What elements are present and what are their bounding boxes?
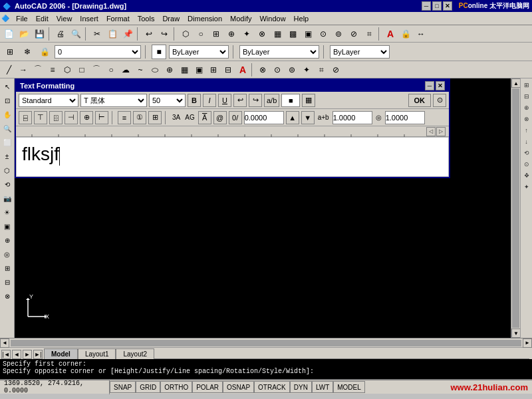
- text-content-area[interactable]: ◁ ▷ flksjf: [16, 126, 449, 177]
- draw-extra2[interactable]: ⊙: [270, 63, 285, 77]
- snap-btn[interactable]: SNAP: [110, 381, 136, 393]
- tf-options-btn[interactable]: ⊙: [433, 94, 446, 107]
- tb-redo[interactable]: ↪: [157, 27, 172, 41]
- scroll-up-btn[interactable]: ▲: [511, 78, 520, 88]
- tf-at[interactable]: @: [213, 111, 227, 124]
- lineweight-select[interactable]: ByLayer: [330, 45, 390, 59]
- lt-render[interactable]: ⊕: [1, 233, 14, 247]
- tf-numbering[interactable]: ①: [133, 111, 146, 124]
- tb-copy[interactable]: 📋: [105, 27, 120, 41]
- scroll-left-btn[interactable]: ◄: [0, 338, 9, 348]
- draw-mline[interactable]: ≡: [45, 63, 60, 77]
- menu-insert[interactable]: Insert: [76, 13, 102, 24]
- rt-btn2[interactable]: ⊟: [521, 91, 532, 102]
- lt-orbit[interactable]: ⟲: [1, 178, 14, 191]
- tab-model[interactable]: Model: [44, 348, 78, 359]
- lt-zoom[interactable]: 🔍: [1, 122, 14, 135]
- rt-btn7[interactable]: ⟲: [521, 148, 532, 158]
- draw-region[interactable]: ⊞: [206, 63, 221, 77]
- tf-tracking-dn[interactable]: ▼: [301, 111, 315, 124]
- ruler-left-btn[interactable]: ◁: [426, 127, 436, 136]
- menu-file[interactable]: File: [12, 13, 32, 24]
- lt-camera[interactable]: 📷: [1, 192, 14, 205]
- canvas-area[interactable]: 找爱找家 Text Formatting ─ ✕ Standard T 黑体: [15, 78, 520, 338]
- menu-view[interactable]: View: [53, 13, 76, 24]
- rt-btn6[interactable]: ↓: [521, 136, 532, 147]
- tb-b14[interactable]: A: [383, 27, 398, 41]
- h-scroll-thumb[interactable]: [11, 340, 521, 346]
- draw-spline[interactable]: ~: [133, 63, 148, 77]
- draw-line[interactable]: ╱: [1, 63, 16, 77]
- tf-font-select[interactable]: T 黑体: [80, 94, 147, 107]
- tb-undo[interactable]: ↩: [142, 27, 156, 41]
- scrollbar-horizontal[interactable]: ◄ ►: [0, 338, 532, 347]
- draw-pline[interactable]: ⌒: [31, 63, 45, 77]
- tf-close[interactable]: ✕: [436, 81, 445, 90]
- scrollbar-vertical[interactable]: ▲ ▼: [511, 78, 520, 338]
- draw-extra6[interactable]: ⊘: [329, 63, 343, 77]
- tb-print[interactable]: 🖨: [53, 27, 68, 41]
- tb-save[interactable]: 💾: [32, 27, 47, 41]
- maximize-button[interactable]: □: [432, 1, 442, 11]
- latin-text[interactable]: flksjf: [22, 144, 59, 164]
- layer-select[interactable]: 0: [55, 45, 141, 59]
- tb-paste[interactable]: 📌: [120, 27, 135, 41]
- tf-tracking-input[interactable]: [244, 111, 284, 124]
- tf-title-bar[interactable]: Text Formatting ─ ✕: [16, 80, 449, 92]
- tb-b12[interactable]: ⊘: [346, 27, 361, 41]
- tf-redo-btn[interactable]: ↪: [249, 94, 262, 107]
- menu-window[interactable]: Window: [255, 13, 289, 24]
- lt-dview[interactable]: ⊞: [1, 261, 14, 275]
- lt-vpoint[interactable]: ◎: [1, 247, 14, 261]
- draw-extra5[interactable]: ⌗: [314, 63, 329, 77]
- rt-btn1[interactable]: ⊞: [521, 80, 532, 90]
- draw-mtext[interactable]: A: [235, 63, 250, 77]
- osnap-btn[interactable]: OSNAP: [223, 381, 254, 393]
- lt-material[interactable]: ▣: [1, 219, 14, 233]
- menu-modify[interactable]: Modify: [226, 13, 255, 24]
- draw-rect[interactable]: □: [74, 63, 89, 77]
- lt-select[interactable]: ↖: [1, 80, 14, 93]
- color-select[interactable]: ByLayer: [169, 45, 229, 59]
- tf-size-select[interactable]: 50: [149, 94, 186, 107]
- tf-style-select[interactable]: Standard: [19, 94, 78, 107]
- tf-ok-btn[interactable]: OK: [408, 94, 432, 107]
- layer-manager-btn[interactable]: ⊞: [3, 45, 17, 59]
- menu-dimension[interactable]: Dimension: [184, 13, 226, 24]
- lt-pan[interactable]: ✋: [1, 108, 14, 121]
- tf-italic-btn[interactable]: I: [203, 94, 216, 107]
- scroll-right-btn[interactable]: ►: [523, 338, 532, 348]
- draw-insert[interactable]: ⊕: [162, 63, 177, 77]
- rt-btn8[interactable]: ⊙: [521, 159, 532, 170]
- tf-degree[interactable]: 0/: [229, 111, 242, 124]
- draw-circle[interactable]: ○: [104, 63, 118, 77]
- linetype-select[interactable]: ByLayer: [239, 45, 319, 59]
- text-editor-area[interactable]: flksjf: [16, 137, 449, 177]
- minimize-button[interactable]: ─: [422, 1, 431, 11]
- tb-new[interactable]: 📄: [1, 27, 16, 41]
- draw-table[interactable]: ⊟: [221, 63, 235, 77]
- tb-b1[interactable]: ⬡: [178, 27, 193, 41]
- lt-light[interactable]: ☀: [1, 205, 14, 219]
- rt-btn4[interactable]: ⊗: [521, 114, 532, 124]
- tf-tracking-up[interactable]: ▲: [286, 111, 299, 124]
- draw-gradient[interactable]: ▣: [192, 63, 206, 77]
- tf-minimize[interactable]: ─: [425, 81, 434, 90]
- tf-color-btn[interactable]: ■: [281, 94, 300, 107]
- scroll-thumb[interactable]: [512, 88, 519, 328]
- tf-align-mr[interactable]: ⊢: [95, 111, 108, 124]
- tb-b3[interactable]: ⊞: [209, 27, 223, 41]
- tab-layout1[interactable]: Layout1: [78, 348, 116, 359]
- lwt-btn[interactable]: LWT: [312, 381, 333, 393]
- tf-overline[interactable]: Ā: [198, 111, 211, 124]
- tb-b16[interactable]: ↔: [414, 27, 428, 41]
- scroll-down-btn[interactable]: ▼: [511, 329, 520, 338]
- ruler-right-btn[interactable]: ▷: [436, 127, 446, 136]
- tf-insert[interactable]: ⊞: [148, 111, 162, 124]
- menu-format[interactable]: Format: [102, 13, 134, 24]
- draw-polygon[interactable]: ⬡: [60, 63, 74, 77]
- layer-freeze-btn[interactable]: ❄: [20, 45, 35, 59]
- tb-preview[interactable]: 🔍: [68, 27, 83, 41]
- tf-angle-input[interactable]: [385, 111, 425, 124]
- lt-extra[interactable]: ⊗: [1, 289, 14, 303]
